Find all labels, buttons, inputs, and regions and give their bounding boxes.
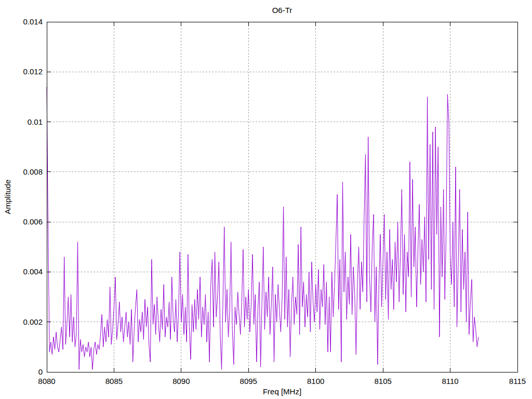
x-tick-label: 8110 [442,377,458,386]
x-tick-label: 8080 [38,377,55,386]
x-tick-label: 8095 [240,377,257,386]
y-tick-label: 0.012 [10,67,43,76]
y-axis-label: Amplitude [3,180,12,215]
x-tick-label: 8115 [509,377,526,386]
y-tick-label: 0.002 [10,317,43,327]
x-tick-label: 8085 [105,377,123,386]
y-tick-label: 0.014 [10,17,43,26]
axis-tick-marks [47,22,517,372]
plot-canvas [0,0,532,399]
x-tick-label: 8105 [374,377,391,386]
x-axis-label: Freq [MHz] [263,387,301,396]
grid-lines [47,22,517,372]
y-tick-label: 0.006 [10,217,43,227]
plot-border [47,22,517,372]
y-tick-label: 0.01 [10,117,43,127]
data-series-line [47,87,478,369]
x-tick-label: 8090 [172,377,190,386]
y-tick-label: 0.004 [10,267,43,276]
y-tick-label: 0 [10,367,43,377]
plot-window: O6-Tr Freq [MHz] Amplitude 00.0020.0040.… [0,0,532,399]
y-tick-label: 0.008 [10,167,43,177]
chart-title: O6-Tr [272,6,292,15]
x-tick-label: 8100 [307,377,324,386]
